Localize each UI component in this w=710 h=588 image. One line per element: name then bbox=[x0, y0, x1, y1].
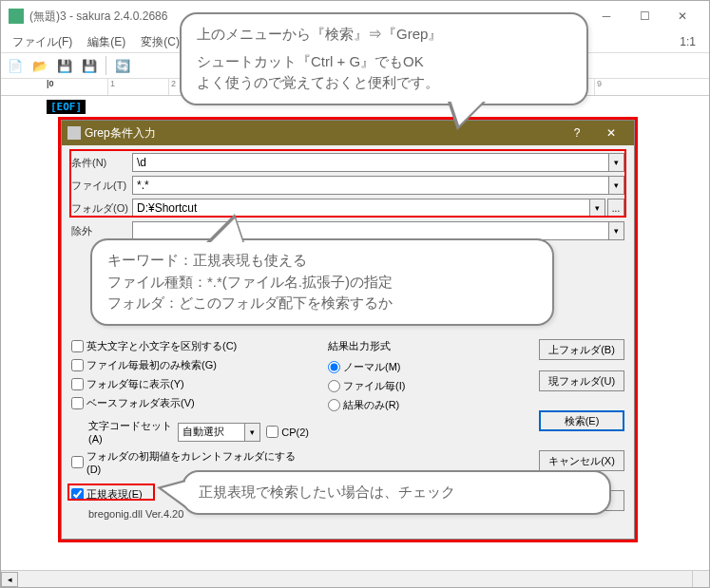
charset-row: 文字コードセット(A) 自動選択 ▾ CP(2) bbox=[71, 419, 309, 445]
base-folder-checkbox[interactable]: ベースフォルダ表示(V) bbox=[71, 396, 309, 410]
dialog-help-button[interactable]: ? bbox=[560, 123, 594, 143]
dropdown-icon[interactable]: ▾ bbox=[608, 177, 624, 194]
dropdown-icon[interactable]: ▾ bbox=[608, 154, 624, 171]
callout-line: よく使うので覚えておくと便利です。 bbox=[197, 72, 571, 94]
file-value: *.* bbox=[137, 179, 149, 192]
dialog-titlebar: Grep条件入力 ? ✕ bbox=[62, 121, 634, 145]
result-perfile-radio[interactable]: ファイル毎(I) bbox=[328, 379, 451, 393]
horizontal-scrollbar[interactable]: ◂ bbox=[1, 570, 692, 587]
ruler-tick: 1 bbox=[107, 79, 115, 96]
folder-value: D:¥Shortcut bbox=[137, 201, 197, 215]
saveall-icon[interactable]: 💾 bbox=[79, 55, 100, 76]
file-label: ファイル(T) bbox=[71, 179, 132, 193]
folder-browse-button[interactable]: ... bbox=[607, 199, 624, 218]
search-button[interactable]: 検索(E) bbox=[539, 410, 624, 431]
open-file-icon[interactable]: 📂 bbox=[29, 55, 50, 76]
exclude-label: 除外 bbox=[71, 224, 132, 238]
dropdown-icon[interactable]: ▾ bbox=[589, 199, 604, 217]
file-row: ファイル(T) *.* ▾ bbox=[71, 176, 624, 195]
toolbar-separator bbox=[106, 56, 106, 75]
folder-input[interactable]: D:¥Shortcut ▾ bbox=[132, 199, 605, 218]
callout-bottom: 正規表現で検索したい場合は、チェック bbox=[182, 470, 611, 515]
folder-row: フォルダ(O) D:¥Shortcut ▾ ... bbox=[71, 199, 624, 218]
result-format-title: 結果出力形式 bbox=[328, 339, 451, 353]
first-only-checkbox[interactable]: ファイル毎最初のみ検索(G) bbox=[71, 358, 309, 372]
refresh-icon[interactable]: 🔄 bbox=[112, 55, 133, 76]
new-file-icon[interactable]: 📄 bbox=[5, 55, 26, 76]
save-icon[interactable]: 💾 bbox=[54, 55, 75, 76]
case-checkbox[interactable]: 英大文字と小文字を区別する(C) bbox=[71, 339, 309, 353]
ruler-caret: |0 bbox=[47, 79, 54, 88]
callout-line: 上のメニューから『検索』⇒『Grep』 bbox=[197, 24, 571, 46]
dialog-close-button[interactable]: ✕ bbox=[594, 123, 628, 143]
maximize-button[interactable]: ☐ bbox=[625, 3, 663, 29]
callout-middle: キーワード：正規表現も使える ファイル種類：*.*(ファイル名.拡張子)の指定 … bbox=[90, 238, 554, 326]
dropdown-icon[interactable]: ▾ bbox=[244, 424, 259, 441]
condition-label: 条件(N) bbox=[71, 156, 132, 170]
current-folder-button[interactable]: 現フォルダ(U) bbox=[539, 370, 624, 391]
dialog-icon bbox=[67, 126, 81, 140]
line-col-indicator: 1:1 bbox=[680, 35, 705, 48]
close-button[interactable]: ✕ bbox=[663, 3, 701, 29]
condition-value: \d bbox=[137, 156, 146, 169]
up-folder-button[interactable]: 上フォルダ(B) bbox=[539, 339, 624, 360]
scrollbar-corner bbox=[692, 570, 709, 587]
callout-line: キーワード：正規表現も使える bbox=[107, 250, 537, 272]
scroll-left-icon[interactable]: ◂ bbox=[1, 572, 18, 587]
condition-input[interactable]: \d ▾ bbox=[132, 153, 624, 172]
file-input[interactable]: *.* ▾ bbox=[132, 176, 624, 195]
callout-line: フォルダ：どこのフォルダ配下を検索するか bbox=[107, 293, 537, 314]
charset-label: 文字コードセット(A) bbox=[71, 419, 172, 445]
dropdown-icon[interactable]: ▾ bbox=[608, 222, 624, 239]
callout-line: ファイル種類：*.*(ファイル名.拡張子)の指定 bbox=[107, 272, 537, 294]
menu-edit[interactable]: 編集(E) bbox=[80, 32, 133, 52]
exclude-row: 除外 ▾ bbox=[71, 221, 624, 240]
dialog-title-text: Grep条件入力 bbox=[85, 125, 560, 142]
charset-value: 自動選択 bbox=[182, 425, 224, 439]
condition-row: 条件(N) \d ▾ bbox=[71, 153, 624, 172]
eof-marker: [EOF] bbox=[47, 100, 86, 114]
folder-label: フォルダ(O) bbox=[71, 201, 132, 216]
menu-file[interactable]: ファイル(F) bbox=[5, 32, 80, 52]
ruler-tick: 9 bbox=[594, 79, 602, 96]
callout-line: 正規表現で検索したい場合は、チェック bbox=[199, 482, 594, 503]
callout-line: シュートカット『Ctrl + G』でもOK bbox=[197, 51, 571, 73]
result-only-radio[interactable]: 結果のみ(R) bbox=[328, 398, 451, 412]
app-icon bbox=[9, 9, 24, 24]
callout-top: 上のメニューから『検索』⇒『Grep』 シュートカット『Ctrl + G』でもO… bbox=[180, 12, 588, 105]
main-window: (無題)3 - sakura 2.4.0.2686 ─ ☐ ✕ ファイル(F) … bbox=[0, 0, 710, 588]
ruler-tick: 2 bbox=[168, 79, 176, 96]
per-folder-checkbox[interactable]: フォルダ毎に表示(Y) bbox=[71, 377, 309, 391]
cp-checkbox[interactable]: CP(2) bbox=[266, 426, 309, 438]
cancel-button[interactable]: キャンセル(X) bbox=[539, 450, 624, 471]
result-normal-radio[interactable]: ノーマル(M) bbox=[328, 360, 451, 374]
charset-select[interactable]: 自動選択 ▾ bbox=[178, 423, 260, 442]
minimize-button[interactable]: ─ bbox=[587, 3, 625, 29]
